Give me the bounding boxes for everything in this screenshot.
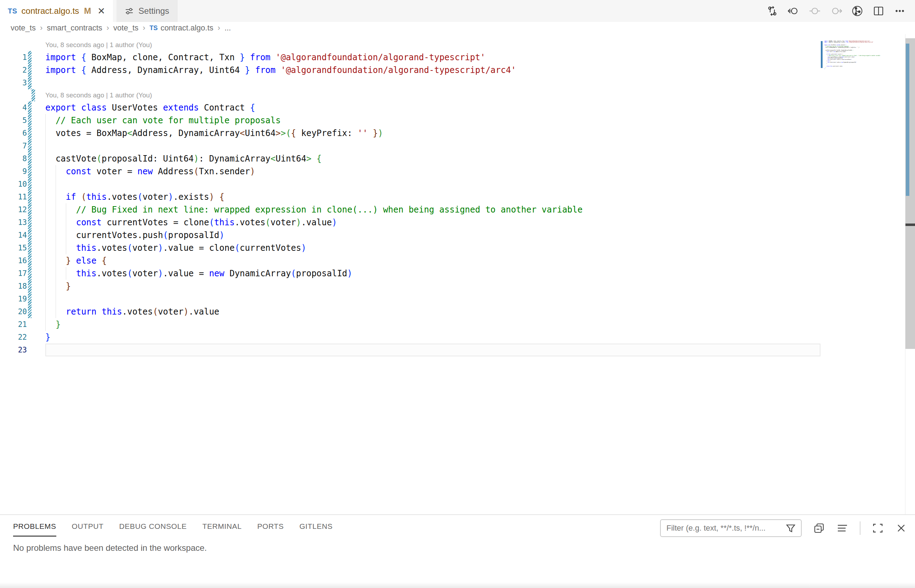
line-number[interactable]: 22	[0, 333, 27, 341]
code-rows[interactable]: You, 8 seconds ago | 1 author (You)1impo…	[0, 39, 915, 356]
code-line-13[interactable]: 13 const currentVotes = clone(this.votes…	[0, 216, 915, 229]
code-line-12[interactable]: 12 // Bug Fixed in next line: wrapped ex…	[0, 204, 915, 216]
code-line-5[interactable]: 5 // Each user can vote for multiple pro…	[0, 114, 915, 127]
line-number[interactable]: 20	[0, 307, 27, 316]
code-line-1[interactable]: 1import { BoxMap, clone, Contract, Txn }…	[0, 51, 915, 64]
modified-gutter-indicator	[28, 101, 32, 114]
breadcrumb-item-symbol[interactable]: ...	[224, 23, 231, 32]
code-line-9[interactable]: 9 const voter = new Address(Txn.sender)	[0, 165, 915, 178]
overview-ruler-modified-marker	[906, 44, 909, 196]
code-line-8[interactable]: 8 castVote(proposalId: Uint64): DynamicA…	[0, 152, 915, 165]
code-line-6[interactable]: 6 votes = BoxMap<Address, DynamicArray<U…	[0, 127, 915, 140]
close-panel-icon[interactable]	[895, 522, 907, 534]
line-number[interactable]: 19	[0, 295, 27, 303]
code-line-18[interactable]: 18 }	[0, 280, 915, 292]
line-number[interactable]: 2	[0, 66, 27, 74]
filter-funnel-icon[interactable]	[785, 522, 797, 534]
breadcrumb-item[interactable]: smart_contracts	[47, 23, 102, 32]
codelens-blame[interactable]: You, 8 seconds ago | 1 author (You)	[0, 89, 915, 101]
breadcrumb-separator: ›	[218, 23, 220, 32]
code-line-4[interactable]: 4export class UserVotes extends Contract…	[0, 101, 915, 114]
line-number[interactable]: 5	[0, 116, 27, 125]
line-number[interactable]: 16	[0, 257, 27, 265]
modified-badge: M	[84, 6, 91, 16]
modified-gutter-indicator	[28, 229, 32, 242]
line-number[interactable]: 18	[0, 282, 27, 291]
code-line-10[interactable]: 10	[0, 178, 915, 191]
modified-gutter-indicator	[28, 140, 32, 152]
previous-change-icon[interactable]	[809, 5, 821, 17]
line-number[interactable]: 4	[0, 103, 27, 112]
panel-tab-gitlens[interactable]: GITLENS	[299, 522, 332, 536]
line-number[interactable]: 10	[0, 180, 27, 189]
filter-input[interactable]	[666, 523, 785, 533]
modified-gutter-indicator	[28, 76, 32, 89]
line-number[interactable]: 12	[0, 205, 27, 214]
modified-gutter-indicator	[28, 292, 32, 305]
line-number[interactable]: 14	[0, 231, 27, 239]
typescript-file-icon: TS	[149, 24, 158, 32]
code-line-22[interactable]: 22}	[0, 331, 915, 344]
code-line-14[interactable]: 14 currentVotes.push(proposalId)	[0, 229, 915, 242]
line-number[interactable]: 15	[0, 244, 27, 252]
panel-tab-terminal[interactable]: TERMINAL	[202, 522, 242, 536]
line-number[interactable]: 21	[0, 320, 27, 329]
code-line-23[interactable]: 23	[0, 344, 915, 356]
problems-filter[interactable]	[660, 519, 802, 537]
modified-gutter-indicator	[28, 51, 32, 64]
tab-settings[interactable]: Settings	[116, 0, 178, 22]
view-as-list-icon[interactable]	[836, 522, 849, 534]
modified-gutter-indicator	[28, 267, 32, 280]
panel-tab-debug-console[interactable]: DEBUG CONSOLE	[119, 522, 187, 536]
breadcrumb-item-file[interactable]: contract.algo.ts	[160, 23, 213, 32]
line-number[interactable]: 13	[0, 218, 27, 227]
code-line-15[interactable]: 15 this.votes(voter).value = clone(curre…	[0, 242, 915, 254]
vscode-window: TS contract.algo.ts M ✕ Settings	[0, 0, 915, 588]
minimap[interactable]: import { BoxMap, clone, Contract, Txn } …	[821, 40, 898, 110]
code-line-17[interactable]: 17 this.votes(voter).value = new Dynamic…	[0, 267, 915, 280]
codelens-blame[interactable]: You, 8 seconds ago | 1 author (You)	[0, 39, 915, 51]
code-line-16[interactable]: 16 } else {	[0, 254, 915, 267]
code-line-2[interactable]: 2import { Address, DynamicArray, Uint64 …	[0, 64, 915, 76]
line-number[interactable]: 9	[0, 167, 27, 176]
code-line-11[interactable]: 11 if (this.votes(voter).exists) {	[0, 191, 915, 204]
code-line-20[interactable]: 20 return this.votes(voter).value	[0, 305, 915, 318]
code-line-19[interactable]: 19	[0, 292, 915, 305]
code-line-3[interactable]: 3	[0, 76, 915, 89]
line-number[interactable]: 1	[0, 53, 27, 61]
panel-tab-ports[interactable]: PORTS	[257, 522, 284, 536]
modified-gutter-indicator	[28, 242, 32, 254]
editor-actions	[766, 0, 915, 22]
line-number[interactable]: 17	[0, 269, 27, 278]
compare-changes-icon[interactable]	[766, 5, 778, 17]
panel-tab-problems[interactable]: PROBLEMS	[13, 522, 56, 536]
breadcrumb-item[interactable]: vote_ts	[11, 23, 36, 32]
editor-scrollbar[interactable]	[905, 34, 915, 514]
line-number[interactable]: 7	[0, 142, 27, 150]
next-change-icon[interactable]	[830, 5, 842, 17]
tab-contract-algo-ts[interactable]: TS contract.algo.ts M ✕	[0, 0, 113, 22]
breadcrumb-item[interactable]: vote_ts	[113, 23, 139, 32]
collapse-all-icon[interactable]	[813, 522, 825, 534]
close-tab-icon[interactable]: ✕	[97, 6, 105, 16]
line-number[interactable]: 6	[0, 129, 27, 137]
modified-gutter-indicator	[28, 114, 32, 127]
minimap-modified-bar	[821, 41, 823, 68]
code-line-7[interactable]: 7	[0, 140, 915, 152]
line-number[interactable]: 8	[0, 154, 27, 163]
code-editor[interactable]: You, 8 seconds ago | 1 author (You)1impo…	[0, 34, 915, 514]
commit-graph-icon[interactable]	[851, 5, 863, 17]
panel-toolbar	[660, 519, 907, 537]
line-number[interactable]: 23	[0, 346, 27, 354]
more-actions-icon[interactable]	[894, 5, 906, 17]
line-number[interactable]: 11	[0, 193, 27, 201]
problems-status-message: No problems have been detected in the wo…	[0, 543, 915, 553]
line-number[interactable]: 3	[0, 79, 27, 87]
split-editor-icon[interactable]	[873, 5, 884, 17]
panel-tab-output[interactable]: OUTPUT	[72, 522, 104, 536]
maximize-panel-icon[interactable]	[872, 522, 884, 534]
code-line-21[interactable]: 21 }	[0, 318, 915, 331]
overview-ruler-cursor-marker	[905, 223, 915, 226]
open-changes-icon[interactable]	[788, 5, 800, 17]
tab-label: contract.algo.ts	[22, 6, 79, 16]
